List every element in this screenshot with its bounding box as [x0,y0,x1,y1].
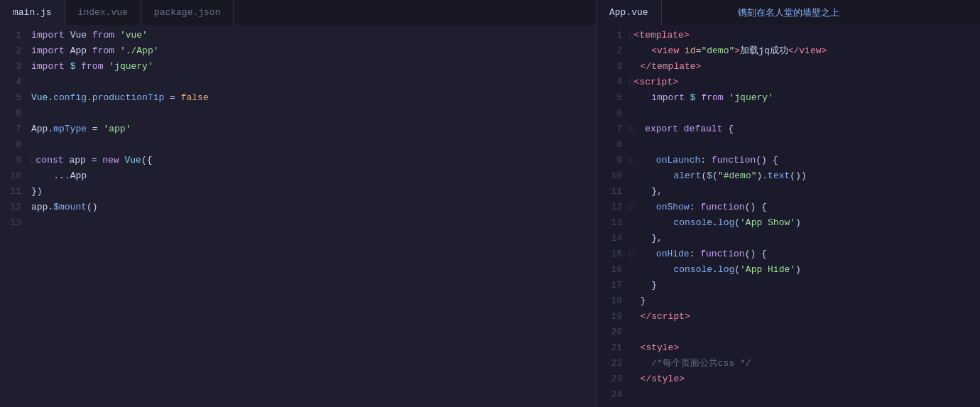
rln-5: 5 [616,90,622,106]
right-code-line-22: /*每个页面公共css */ [628,356,980,371]
left-code-lines: import Vue from 'vue' import App from '.… [28,28,596,404]
left-code-line-3: import $ from 'jquery' [28,59,596,75]
right-code-line-13: console.log('App Show') [628,215,980,231]
right-code-line-7: □ export default { [628,121,980,137]
ln-6: 6 [16,106,21,121]
rln-21: 21 [611,340,622,356]
ln-9: 9 [16,153,21,168]
right-code-line-11: }, [628,184,980,200]
left-code-line-5: Vue.config.productionTip = false [28,90,596,106]
ln-12: 12 [10,200,21,215]
right-code-lines: □<template> <view id="demo">加载jq成功</view… [628,28,980,404]
tab-package-json[interactable]: package.json [141,0,234,25]
right-code-line-4: □<script> [628,75,980,90]
right-tabs-bar: App.vue 镌刻在名人堂的墙壁之上 [597,0,980,25]
rln-12: 12 [611,200,622,215]
ln-5: 5 [16,90,21,106]
rln-8: 8 [616,137,622,153]
rln-3: 3 [616,59,622,75]
rln-14: 14 [611,231,622,246]
rln-20: 20 [611,325,622,340]
rln-22: 22 [611,356,622,371]
right-panel: App.vue 镌刻在名人堂的墙壁之上 1 2 3 4 5 6 7 8 9 10… [597,0,980,407]
right-code-line-8 [628,137,980,153]
rln-15: 15 [611,246,622,262]
left-line-numbers: 1 2 3 4 5 6 7 8 9 10 11 12 13 [0,28,28,404]
right-code-line-18: } [628,293,980,309]
right-code-line-5: import $ from 'jquery' [628,90,980,106]
left-code-line-10: ...App [28,168,596,184]
ln-4: 4 [16,75,21,90]
ln-3: 3 [16,59,21,75]
rln-11: 11 [611,184,622,200]
right-code-line-9: □ onLaunch: function() { [628,153,980,168]
rln-16: 16 [611,262,622,278]
watermark-text: 镌刻在名人堂的墙壁之上 [738,0,839,25]
left-code-line-13 [28,215,596,231]
ln-1: 1 [16,28,21,43]
rln-4: 4 [616,75,622,90]
left-code-area: 1 2 3 4 5 6 7 8 9 10 11 12 13 import Vue… [0,25,596,407]
tab-index-vue[interactable]: index.vue [65,0,141,25]
rln-7: 7 [616,121,622,137]
left-code-line-7: App.mpType = 'app' [28,121,596,137]
rln-10: 10 [611,168,622,184]
rln-6: 6 [616,106,622,121]
right-code-line-17: } [628,278,980,293]
ln-13: 13 [10,215,21,231]
right-code-area: 1 2 3 4 5 6 7 8 9 10 11 12 13 14 15 16 1… [597,25,980,407]
ln-11: 11 [10,184,21,200]
right-code-line-23: </style> [628,371,980,387]
rln-1: 1 [616,28,622,43]
rln-13: 13 [611,215,622,231]
left-panel: main.js index.vue package.json 1 2 3 4 5… [0,0,597,407]
ln-10: 10 [10,168,21,184]
right-code-line-10: alert($("#demo").text()) [628,168,980,184]
left-code-line-12: app.$mount() [28,200,596,215]
right-code-line-12: □ onShow: function() { [628,200,980,215]
editor-container: main.js index.vue package.json 1 2 3 4 5… [0,0,980,407]
tab-main-js[interactable]: main.js [0,0,65,25]
ln-8: 8 [16,137,21,153]
rln-19: 19 [611,309,622,325]
rln-2: 2 [616,43,622,59]
right-code-line-20 [628,325,980,340]
left-code-line-1: import Vue from 'vue' [28,28,596,43]
left-code-line-8 [28,137,596,153]
rln-18: 18 [611,293,622,309]
ln-7: 7 [16,121,21,137]
rln-24: 24 [611,387,622,403]
right-code-line-3: </template> [628,59,980,75]
right-line-numbers: 1 2 3 4 5 6 7 8 9 10 11 12 13 14 15 16 1… [597,28,628,404]
left-tabs-bar: main.js index.vue package.json [0,0,596,25]
right-code-line-21: <style> [628,340,980,356]
right-code-line-2: <view id="demo">加载jq成功</view> [628,43,980,59]
rln-23: 23 [611,371,622,387]
right-code-line-15: □ onHide: function() { [628,246,980,262]
rln-9: 9 [616,153,622,168]
left-code-line-11: }) [28,184,596,200]
left-code-line-4 [28,75,596,90]
ln-2: 2 [16,43,21,59]
right-code-line-16: console.log('App Hide') [628,262,980,278]
right-code-line-1: □<template> [628,28,980,43]
tab-app-vue[interactable]: App.vue [597,0,662,25]
right-code-line-6 [628,106,980,121]
rln-17: 17 [611,278,622,293]
left-code-line-2: import App from './App' [28,43,596,59]
right-code-line-24 [628,387,980,403]
left-code-line-9: □const app = new Vue({ [28,153,596,168]
left-code-line-6 [28,106,596,121]
right-code-line-19: </script> [628,309,980,325]
right-code-line-14: }, [628,231,980,246]
